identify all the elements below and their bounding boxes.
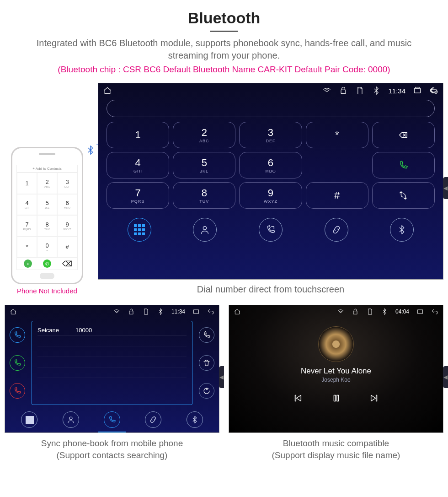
tab-calllog[interactable] xyxy=(104,411,120,428)
next-button[interactable] xyxy=(369,393,379,406)
headunit-music: 04:04 Never Let You Alone Joseph Koo ◀ xyxy=(229,305,443,433)
music-caption-1: Bluetooth music compatible xyxy=(283,438,389,448)
svg-rect-10 xyxy=(337,395,339,401)
key-call[interactable] xyxy=(372,152,435,178)
tab-dialpad[interactable] xyxy=(128,218,151,242)
wifi-icon xyxy=(322,86,331,95)
svg-rect-7 xyxy=(353,311,357,314)
key-2[interactable]: 2ABC xyxy=(173,122,235,148)
clock: 04:04 xyxy=(395,308,409,315)
missed-call-icon[interactable] xyxy=(10,383,25,399)
home-icon[interactable] xyxy=(234,308,241,315)
video-call-icon: ▪ xyxy=(24,259,32,268)
contacts-list[interactable]: Seicane 10000 xyxy=(32,321,192,405)
tab-pair[interactable] xyxy=(145,411,161,428)
headunit-dialer: 11:34 1 2ABC 3DEF * 4GHI 5JKL 6MBO xyxy=(98,83,443,280)
key-9[interactable]: 9WXYZ xyxy=(239,182,302,209)
svg-rect-4 xyxy=(129,311,133,314)
tab-indicator xyxy=(98,432,126,432)
drawer-handle[interactable]: ◀ xyxy=(443,177,448,199)
tab-pair[interactable] xyxy=(325,218,348,242)
call-icon: ✆ xyxy=(43,259,51,268)
key-backspace[interactable] xyxy=(372,122,435,148)
received-call-icon[interactable] xyxy=(10,327,25,343)
home-icon[interactable] xyxy=(10,308,17,315)
delete-button[interactable] xyxy=(199,355,214,371)
drawer-handle[interactable]: ◀ xyxy=(443,366,448,388)
wifi-icon xyxy=(113,308,120,315)
svg-rect-2 xyxy=(416,87,419,89)
description: Integrated with BC6 Bluetooth module, su… xyxy=(5,37,443,62)
recent-icon[interactable] xyxy=(413,86,422,95)
key-blank[interactable] xyxy=(306,152,368,178)
contact-row[interactable]: Seicane 10000 xyxy=(37,325,187,336)
tab-contacts[interactable] xyxy=(193,218,217,242)
phone-caption: Phone Not Included xyxy=(5,287,90,295)
tab-bt-settings[interactable] xyxy=(390,218,414,242)
key-7[interactable]: 7PQRS xyxy=(107,182,169,209)
key-star[interactable]: * xyxy=(306,122,368,148)
status-bar: 04:04 xyxy=(229,305,443,318)
drawer-handle[interactable]: ◀ xyxy=(219,366,224,388)
phone-header: + Add to Contacts xyxy=(17,165,77,173)
svg-point-6 xyxy=(69,417,72,420)
lock-icon xyxy=(339,86,348,95)
track-artist: Joseph Koo xyxy=(229,377,443,383)
bt-status-icon xyxy=(381,308,388,315)
key-1[interactable]: 1 xyxy=(107,122,169,148)
key-6[interactable]: 6MBO xyxy=(239,152,302,178)
svg-rect-0 xyxy=(341,90,346,93)
tab-dialpad[interactable] xyxy=(21,411,37,428)
contact-number: 10000 xyxy=(75,327,92,334)
clock: 11:34 xyxy=(388,87,405,95)
dial-contact-button[interactable] xyxy=(199,327,214,343)
track-title: Never Let You Alone xyxy=(229,367,443,376)
bluetooth-icon: 〰 xyxy=(85,144,96,158)
key-5[interactable]: 5JKL xyxy=(173,152,235,178)
sd-icon xyxy=(355,86,364,95)
home-icon[interactable] xyxy=(103,86,112,95)
album-art xyxy=(318,326,354,362)
phonebook-caption-1: Sync phone-book from mobile phone xyxy=(41,438,183,448)
status-bar: 11:34 xyxy=(98,83,443,98)
bt-status-icon xyxy=(157,308,164,315)
page-title: Bluetooth xyxy=(5,9,443,27)
svg-rect-8 xyxy=(418,310,423,313)
back-icon[interactable] xyxy=(431,308,438,315)
recent-icon[interactable] xyxy=(192,308,200,315)
tab-calllog[interactable] xyxy=(259,218,283,242)
dialer-caption: Dial number direct from touchscreen xyxy=(98,284,443,295)
backspace-icon: ⌫ xyxy=(62,259,70,268)
dialed-call-icon[interactable] xyxy=(10,355,25,371)
key-8[interactable]: 8TUV xyxy=(173,182,235,209)
lock-icon xyxy=(352,308,359,315)
recent-icon[interactable] xyxy=(416,308,424,315)
phone-mockup: 〰 + Add to Contacts 1 2ABC 3DEF 4GHI 5JK… xyxy=(11,147,83,284)
back-icon[interactable] xyxy=(207,308,214,315)
key-3[interactable]: 3DEF xyxy=(239,122,302,148)
svg-rect-5 xyxy=(194,310,199,313)
bt-status-icon xyxy=(372,86,381,95)
svg-rect-1 xyxy=(414,88,420,93)
divider xyxy=(210,31,238,32)
sd-icon xyxy=(142,308,149,315)
phone-dialpad: 1 2ABC 3DEF 4GHI 5JKL 6MNO 7PQRS 8TUV 9W… xyxy=(17,173,77,258)
clock: 11:34 xyxy=(171,308,185,315)
key-swap[interactable] xyxy=(372,182,435,209)
key-hash[interactable]: # xyxy=(306,182,368,209)
wifi-icon xyxy=(337,308,344,315)
svg-rect-9 xyxy=(334,395,336,401)
sd-icon xyxy=(366,308,373,315)
phonebook-caption-2: (Support contacts searching) xyxy=(57,450,168,460)
sync-button[interactable] xyxy=(199,383,214,399)
tab-bt-settings[interactable] xyxy=(187,411,203,428)
pause-button[interactable] xyxy=(331,393,341,406)
back-icon[interactable] xyxy=(429,86,438,95)
tab-contacts[interactable] xyxy=(63,411,79,428)
number-input[interactable] xyxy=(107,100,435,117)
headunit-phonebook: 11:34 Seicane 10000 xyxy=(5,305,219,433)
status-bar: 11:34 xyxy=(5,305,219,318)
prev-button[interactable] xyxy=(293,393,303,406)
key-4[interactable]: 4GHI xyxy=(107,152,169,178)
lock-icon xyxy=(128,308,135,315)
